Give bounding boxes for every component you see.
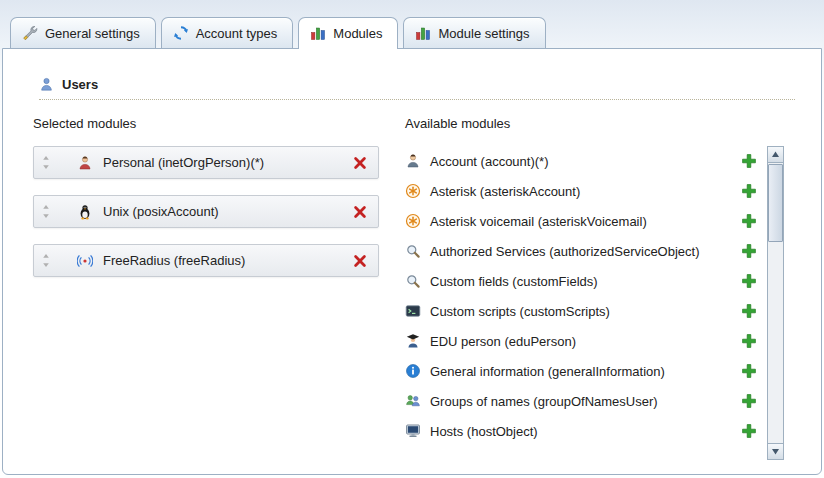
antenna-icon xyxy=(77,253,93,269)
magnifier-icon xyxy=(405,273,421,289)
add-module-button[interactable] xyxy=(741,363,757,379)
info-icon xyxy=(405,363,421,379)
graduate-icon xyxy=(405,333,421,349)
plus-icon xyxy=(741,153,757,169)
available-module-label: Groups of names (groupOfNamesUser) xyxy=(430,394,658,409)
chart-icon xyxy=(310,25,326,41)
plus-icon xyxy=(741,183,757,199)
delete-module-button[interactable] xyxy=(352,253,368,269)
available-module-label: Asterisk voicemail (asteriskVoicemail) xyxy=(430,214,647,229)
account-icon xyxy=(405,153,421,169)
user-icon xyxy=(39,77,54,92)
add-module-button[interactable] xyxy=(741,333,757,349)
scroll-thumb[interactable] xyxy=(768,164,783,242)
section-header: Users xyxy=(39,77,795,100)
asterisk-icon xyxy=(405,213,421,229)
chart-icon xyxy=(415,25,431,41)
tab-label: Modules xyxy=(333,26,382,41)
plus-icon xyxy=(741,393,757,409)
drag-handle-icon[interactable] xyxy=(41,253,53,268)
add-module-button[interactable] xyxy=(741,273,757,289)
tab-label: General settings xyxy=(45,26,140,41)
arrow-down-icon xyxy=(771,447,780,456)
available-module-row: Hosts (hostObject) xyxy=(405,416,757,446)
asterisk-icon xyxy=(405,183,421,199)
selected-module-row[interactable]: Unix (posixAccount) xyxy=(33,195,379,228)
tab-general-settings[interactable]: General settings xyxy=(10,17,156,48)
add-module-button[interactable] xyxy=(741,243,757,259)
plus-icon xyxy=(741,213,757,229)
available-module-row: Asterisk voicemail (asteriskVoicemail) xyxy=(405,206,757,236)
drag-handle-icon[interactable] xyxy=(41,155,53,170)
available-module-label: Hosts (hostObject) xyxy=(430,424,538,439)
delete-icon xyxy=(352,204,368,220)
available-modules-list: Account (account)(*) Asterisk (asteriskA… xyxy=(405,146,757,446)
plus-icon xyxy=(741,333,757,349)
tab-module-settings[interactable]: Module settings xyxy=(403,17,545,48)
available-module-label: General information (generalInformation) xyxy=(430,364,665,379)
delete-module-button[interactable] xyxy=(352,155,368,171)
scrollbar[interactable] xyxy=(767,146,784,460)
selected-modules-panel: Selected modules Personal (inetOrgPerson… xyxy=(33,116,405,460)
plus-icon xyxy=(741,273,757,289)
scroll-up-button[interactable] xyxy=(768,147,783,163)
add-module-button[interactable] xyxy=(741,303,757,319)
add-module-button[interactable] xyxy=(741,153,757,169)
arrow-up-icon xyxy=(771,150,780,159)
modules-columns: Selected modules Personal (inetOrgPerson… xyxy=(33,116,821,460)
computer-icon xyxy=(405,423,421,439)
available-module-row: Authorized Services (authorizedServiceOb… xyxy=(405,236,757,266)
available-module-row: Groups of names (groupOfNamesUser) xyxy=(405,386,757,416)
terminal-icon xyxy=(405,303,421,319)
available-module-row: EDU person (eduPerson) xyxy=(405,326,757,356)
available-module-label: EDU person (eduPerson) xyxy=(430,334,576,349)
available-modules-panel: Available modules Account (account)(*) xyxy=(405,116,821,460)
scroll-track[interactable] xyxy=(768,163,783,443)
available-module-row: General information (generalInformation) xyxy=(405,356,757,386)
available-module-label: Asterisk (asteriskAccount) xyxy=(430,184,580,199)
delete-icon xyxy=(352,253,368,269)
person-icon xyxy=(77,155,93,171)
plus-icon xyxy=(741,363,757,379)
available-module-label: Account (account)(*) xyxy=(430,154,549,169)
group-icon xyxy=(405,393,421,409)
sync-icon xyxy=(173,25,189,41)
plus-icon xyxy=(741,423,757,439)
page-title: Users xyxy=(62,77,98,92)
selected-module-row[interactable]: FreeRadius (freeRadius) xyxy=(33,244,379,277)
available-module-label: Authorized Services (authorizedServiceOb… xyxy=(430,244,700,259)
add-module-button[interactable] xyxy=(741,423,757,439)
add-module-button[interactable] xyxy=(741,183,757,199)
selected-module-label: Unix (posixAccount) xyxy=(103,204,219,219)
plus-icon xyxy=(741,303,757,319)
tab-label: Module settings xyxy=(438,26,529,41)
content-panel: Users Selected modules Personal (inetOrg… xyxy=(2,48,822,475)
drag-handle-icon[interactable] xyxy=(41,204,53,219)
available-module-row: Custom fields (customFields) xyxy=(405,266,757,296)
plus-icon xyxy=(741,243,757,259)
tab-label: Account types xyxy=(196,26,278,41)
selected-module-label: Personal (inetOrgPerson)(*) xyxy=(103,155,264,170)
tab-account-types[interactable]: Account types xyxy=(161,17,294,48)
delete-module-button[interactable] xyxy=(352,204,368,220)
add-module-button[interactable] xyxy=(741,213,757,229)
available-module-row: Account (account)(*) xyxy=(405,146,757,176)
available-module-row: Custom scripts (customScripts) xyxy=(405,296,757,326)
wrench-icon xyxy=(22,25,38,41)
penguin-icon xyxy=(77,204,93,220)
selected-module-row[interactable]: Personal (inetOrgPerson)(*) xyxy=(33,146,379,179)
tab-modules[interactable]: Modules xyxy=(298,17,398,49)
tab-bar: General settings Account types Modules M… xyxy=(0,0,824,48)
delete-icon xyxy=(352,155,368,171)
selected-module-label: FreeRadius (freeRadius) xyxy=(103,253,245,268)
available-modules-heading: Available modules xyxy=(405,116,821,131)
scroll-down-button[interactable] xyxy=(768,443,783,459)
available-module-label: Custom scripts (customScripts) xyxy=(430,304,610,319)
magnifier-icon xyxy=(405,243,421,259)
available-module-label: Custom fields (customFields) xyxy=(430,274,598,289)
selected-modules-heading: Selected modules xyxy=(33,116,405,131)
add-module-button[interactable] xyxy=(741,393,757,409)
available-module-row: Asterisk (asteriskAccount) xyxy=(405,176,757,206)
